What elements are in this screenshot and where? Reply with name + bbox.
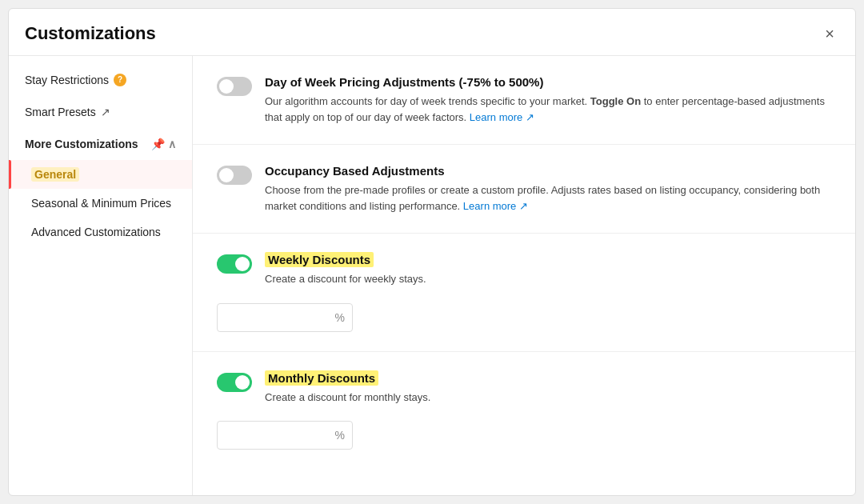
monthly-discounts-title: Monthly Discounts	[265, 371, 430, 385]
sidebar-item-general[interactable]: General	[9, 160, 192, 189]
modal-title: Customizations	[25, 23, 156, 44]
day-of-week-slider	[217, 77, 252, 96]
monthly-discounts-row: Monthly Discounts Create a discount for …	[217, 371, 831, 406]
occupancy-section: Occupancy Based Adjustments Choose from …	[193, 145, 855, 234]
section-header-icons: 📌 ∧	[151, 138, 176, 150]
weekly-percent-wrapper: %	[217, 303, 353, 332]
weekly-discounts-title: Weekly Discounts	[265, 253, 426, 266]
sidebar-item-seasonal-minimum-prices[interactable]: Seasonal & Minimum Prices	[9, 189, 192, 218]
sidebar-item-stay-restrictions[interactable]: Stay Restrictions ?	[9, 64, 192, 96]
smart-presets-label: Smart Presets	[25, 106, 96, 118]
monthly-discount-input[interactable]	[217, 421, 353, 450]
general-label: General	[31, 167, 79, 182]
info-icon: ?	[114, 74, 126, 86]
monthly-percent-wrapper: %	[217, 421, 353, 450]
occupancy-slider	[217, 166, 252, 185]
monthly-discounts-text: Monthly Discounts Create a discount for …	[265, 371, 430, 406]
day-of-week-title: Day of Week Pricing Adjustments (-75% to…	[265, 75, 831, 89]
monthly-discounts-label: Monthly Discounts	[265, 370, 378, 386]
modal-header: Customizations ×	[9, 9, 855, 56]
monthly-discounts-description: Create a discount for monthly stays.	[265, 390, 430, 406]
main-content: Day of Week Pricing Adjustments (-75% to…	[193, 56, 855, 495]
weekly-discounts-row: Weekly Discounts Create a discount for w…	[217, 253, 831, 287]
dow-desc-start: Our algorithm accounts for day of week t…	[265, 95, 590, 107]
weekly-input-row: %	[217, 303, 831, 332]
occupancy-text: Occupancy Based Adjustments Choose from …	[265, 164, 831, 214]
monthly-discounts-toggle[interactable]	[217, 373, 252, 392]
sidebar-item-advanced-customizations[interactable]: Advanced Customizations	[9, 218, 192, 246]
weekly-discounts-label: Weekly Discounts	[265, 252, 374, 267]
chevron-up-icon: ∧	[168, 138, 176, 150]
weekly-discount-input[interactable]	[217, 303, 353, 332]
occupancy-toggle[interactable]	[217, 166, 252, 185]
trend-icon: ↗	[101, 106, 110, 118]
weekly-discounts-toggle[interactable]	[217, 254, 252, 274]
occ-learn-more-link[interactable]: Learn more ↗	[463, 200, 528, 212]
day-of-week-toggle[interactable]	[217, 77, 252, 96]
pin-icon: 📌	[151, 138, 165, 150]
day-of-week-row: Day of Week Pricing Adjustments (-75% to…	[217, 75, 831, 125]
weekly-discounts-text: Weekly Discounts Create a discount for w…	[265, 253, 426, 287]
customizations-modal: Customizations × Stay Restrictions ? Sma…	[8, 8, 856, 496]
weekly-discounts-description: Create a discount for weekly stays.	[265, 271, 426, 287]
stay-restrictions-label: Stay Restrictions	[25, 74, 109, 86]
day-of-week-description: Our algorithm accounts for day of week t…	[265, 94, 831, 125]
day-of-week-section: Day of Week Pricing Adjustments (-75% to…	[193, 56, 855, 145]
more-customizations-label: More Customizations	[25, 138, 138, 150]
day-of-week-text: Day of Week Pricing Adjustments (-75% to…	[265, 75, 831, 125]
dow-desc-bold: Toggle On	[590, 95, 641, 107]
monthly-discounts-section: Monthly Discounts Create a discount for …	[193, 352, 855, 470]
seasonal-label: Seasonal & Minimum Prices	[31, 197, 171, 210]
weekly-discounts-slider	[217, 254, 252, 274]
occ-desc-start: Choose from the pre-made profiles or cre…	[265, 184, 820, 212]
monthly-discounts-slider	[217, 373, 252, 392]
advanced-label: Advanced Customizations	[31, 226, 161, 238]
weekly-discounts-section: Weekly Discounts Create a discount for w…	[193, 234, 855, 352]
sidebar-item-smart-presets[interactable]: Smart Presets ↗	[9, 96, 192, 128]
sidebar-section-more-customizations[interactable]: More Customizations 📌 ∧	[9, 128, 192, 160]
modal-body: Stay Restrictions ? Smart Presets ↗ More…	[9, 56, 855, 495]
occupancy-row: Occupancy Based Adjustments Choose from …	[217, 164, 831, 214]
occupancy-description: Choose from the pre-made profiles or cre…	[265, 182, 831, 214]
monthly-input-row: %	[217, 421, 831, 450]
occupancy-title: Occupancy Based Adjustments	[265, 164, 831, 178]
close-button[interactable]: ×	[820, 24, 839, 43]
sidebar: Stay Restrictions ? Smart Presets ↗ More…	[9, 56, 193, 495]
dow-learn-more-link[interactable]: Learn more ↗	[470, 111, 534, 123]
